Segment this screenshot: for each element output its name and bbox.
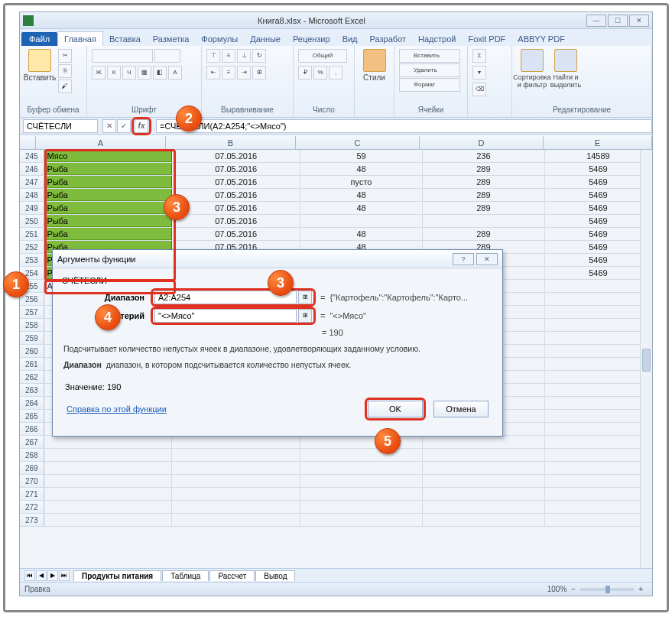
cell[interactable] [545, 501, 652, 513]
cell[interactable] [300, 488, 423, 500]
row-header[interactable]: 264 [20, 397, 44, 409]
row-header[interactable]: 245 [20, 150, 44, 162]
tab-layout[interactable]: Разметка [147, 32, 196, 46]
cell[interactable]: 289 [423, 163, 545, 175]
border-button[interactable]: ▦ [138, 66, 151, 80]
align-bot[interactable]: ⊥ [237, 49, 251, 63]
align-right[interactable]: ⇥ [237, 66, 251, 80]
cell[interactable] [300, 215, 423, 227]
cell[interactable] [44, 488, 173, 500]
cell[interactable]: Рыба [44, 176, 173, 188]
file-tab[interactable]: Файл [21, 32, 57, 46]
dialog-titlebar[interactable]: Аргументы функции ? ✕ [53, 250, 502, 268]
bold-button[interactable]: Ж [92, 66, 106, 80]
tab-review[interactable]: Рецензир [287, 32, 336, 46]
col-D[interactable]: D [420, 136, 544, 149]
formula-input[interactable]: =СЧЁТЕСЛИ(A2:A254;"<>Мясо") [156, 119, 652, 133]
cell[interactable] [300, 462, 423, 474]
vertical-scrollbar[interactable] [640, 150, 652, 568]
cell[interactable] [545, 306, 652, 318]
find-select-button[interactable]: Найти и выделить [550, 49, 581, 95]
cell[interactable]: 48 [300, 189, 423, 201]
comma[interactable]: , [329, 66, 342, 80]
copy-button[interactable]: ⎘ [58, 64, 72, 78]
cell[interactable]: 5469 [545, 202, 652, 214]
sort-filter-button[interactable]: Сортировка и фильтр [517, 49, 547, 95]
row-header[interactable]: 253 [20, 254, 44, 266]
cell[interactable] [44, 462, 173, 474]
cell[interactable] [172, 436, 300, 448]
maximize-button[interactable]: ☐ [608, 15, 628, 27]
zoom-in[interactable]: + [638, 585, 643, 593]
cell[interactable]: 5469 [545, 267, 652, 279]
row-header[interactable]: 262 [20, 371, 44, 383]
fill-color-button[interactable]: ◧ [153, 66, 167, 80]
cell[interactable]: пусто [300, 176, 423, 188]
cell[interactable]: 5469 [545, 215, 652, 227]
cell[interactable]: Рыба [44, 189, 173, 201]
arg-criteria-refpicker[interactable]: ⊞ [298, 309, 312, 323]
format-cells[interactable]: Формат [399, 78, 460, 92]
cell[interactable] [545, 514, 652, 526]
tab-insert[interactable]: Вставка [103, 32, 147, 46]
autosum[interactable]: Σ [472, 49, 486, 63]
row-header[interactable]: 263 [20, 384, 44, 396]
tab-addins[interactable]: Надстрой [412, 32, 462, 46]
row-header[interactable]: 268 [20, 449, 44, 461]
cell[interactable] [423, 488, 545, 500]
row-header[interactable]: 257 [20, 306, 44, 318]
row-header[interactable]: 270 [20, 475, 44, 487]
cell[interactable]: 48 [300, 163, 423, 175]
cell[interactable]: 07.05.2016 [172, 215, 300, 227]
underline-button[interactable]: Ч [122, 66, 136, 80]
sheet-tab-3[interactable]: Вывод [255, 570, 295, 581]
row-header[interactable]: 248 [20, 189, 44, 201]
cell[interactable] [545, 475, 652, 487]
cell[interactable] [300, 501, 423, 513]
tab-view[interactable]: Вид [336, 32, 364, 46]
delete-cells[interactable]: Удалить [399, 63, 460, 77]
align-center[interactable]: ≡ [222, 66, 235, 80]
styles-button[interactable]: Стили [359, 49, 389, 95]
cancel-button[interactable]: Отмена [433, 401, 489, 417]
tab-foxit[interactable]: Foxit PDF [462, 32, 511, 46]
row-header[interactable]: 249 [20, 202, 44, 214]
cell[interactable]: 07.05.2016 [172, 189, 300, 201]
cell[interactable]: 5469 [545, 254, 652, 266]
cell[interactable]: Рыба [44, 228, 173, 240]
minimize-button[interactable]: — [586, 15, 606, 27]
cell[interactable] [545, 319, 652, 331]
cell[interactable]: 07.05.2016 [172, 202, 300, 214]
tab-nav-next[interactable]: ▶ [47, 570, 58, 581]
row-header[interactable]: 269 [20, 462, 44, 474]
cell[interactable]: 48 [300, 202, 423, 214]
cell[interactable] [545, 436, 652, 448]
row-header[interactable]: 271 [20, 488, 44, 500]
zoom-slider[interactable] [580, 588, 634, 591]
cell[interactable]: 289 [423, 228, 545, 240]
scroll-thumb[interactable] [642, 349, 651, 372]
cell[interactable] [545, 345, 652, 357]
merge[interactable]: ⊞ [252, 66, 266, 80]
align-top[interactable]: ⊤ [206, 49, 220, 63]
cell[interactable] [172, 449, 300, 461]
cell[interactable] [545, 397, 652, 409]
tab-developer[interactable]: Разработ [364, 32, 412, 46]
cell[interactable]: 5469 [545, 189, 652, 201]
fx-button[interactable]: fx [135, 119, 148, 133]
ok-button[interactable]: OK [368, 401, 423, 417]
percent[interactable]: % [313, 66, 327, 80]
row-header[interactable]: 252 [20, 241, 44, 253]
cell[interactable] [44, 501, 173, 513]
tab-data[interactable]: Данные [244, 32, 287, 46]
row-header[interactable]: 258 [20, 319, 44, 331]
tab-nav-first[interactable]: ⏮ [24, 570, 35, 581]
clear[interactable]: ⌫ [472, 83, 486, 96]
cancel-edit[interactable]: ✕ [102, 119, 116, 133]
tab-nav-prev[interactable]: ◀ [36, 570, 47, 581]
row-header[interactable]: 260 [20, 345, 44, 357]
tab-abbyy[interactable]: ABBYY PDF [511, 32, 571, 46]
cell[interactable] [44, 514, 173, 526]
cell[interactable] [44, 449, 173, 461]
cell[interactable] [423, 215, 545, 227]
